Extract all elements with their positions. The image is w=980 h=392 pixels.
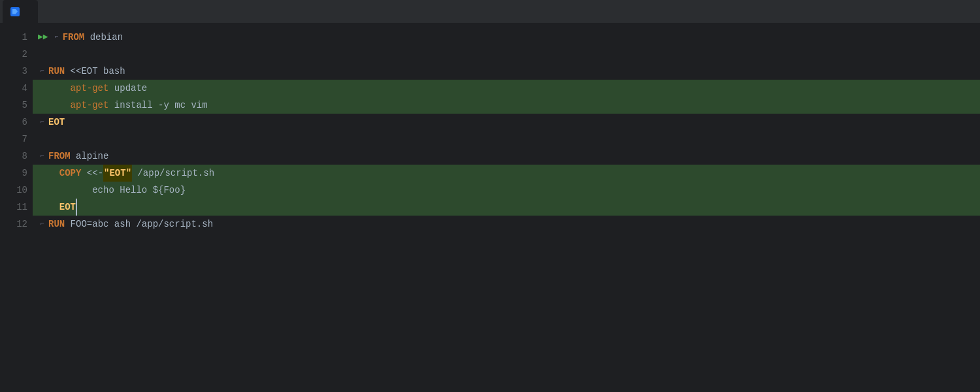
- code-line-7: [33, 131, 980, 148]
- code-line-12: ⌐RUN FOO=abc ash /app/script.sh: [33, 216, 980, 233]
- code-indent: [48, 80, 71, 97]
- line-numbers: 123456789101112: [0, 24, 33, 392]
- dockerfile-tab[interactable]: [3, 0, 38, 24]
- fold-icon[interactable]: ⌐: [38, 152, 47, 161]
- code-line-10: echo Hello ${Foo}: [33, 182, 980, 199]
- code-line-5: apt-get install -y mc vim: [33, 97, 980, 114]
- code-indent: [48, 199, 59, 216]
- keyword-eot-quoted: "EOT": [103, 165, 132, 182]
- code-text: <<EOT bash: [65, 63, 125, 80]
- code-area[interactable]: ▶▶⌐FROM debian⌐RUN <<EOT bash apt-get up…: [33, 24, 980, 392]
- code-line-8: ⌐FROM alpine: [33, 148, 980, 165]
- dockerfile-tab-icon: [10, 7, 20, 16]
- line-number-10: 10: [0, 182, 33, 199]
- code-line-4: apt-get update: [33, 80, 980, 97]
- line-number-4: 4: [0, 80, 33, 97]
- code-line-1: ▶▶⌐FROM debian: [33, 29, 980, 46]
- line-number-9: 9: [0, 165, 33, 182]
- code-line-9: COPY <<-"EOT" /app/script.sh: [33, 165, 980, 182]
- keyword-eot-cursor: EOT: [59, 199, 77, 216]
- line-number-3: 3: [0, 63, 33, 80]
- line-number-11: 11: [0, 199, 33, 216]
- code-text: /app/script.sh: [132, 165, 214, 182]
- app-window: 123456789101112 ▶▶⌐FROM debian⌐RUN <<EOT…: [0, 0, 980, 392]
- line-number-2: 2: [0, 46, 33, 63]
- keyword-from: FROM: [48, 148, 71, 165]
- tab-bar: [0, 0, 980, 24]
- code-text: FOO=abc ash /app/script.sh: [65, 216, 213, 233]
- code-line-11: EOT: [33, 199, 980, 216]
- line-number-1: 1: [0, 29, 33, 46]
- code-line-2: [33, 46, 980, 63]
- code-indent: [48, 182, 92, 199]
- keyword-eot: EOT: [48, 114, 65, 131]
- line-number-8: 8: [0, 148, 33, 165]
- code-text: debian: [84, 29, 123, 46]
- code-text: <<-: [81, 165, 103, 182]
- line-number-6: 6: [0, 114, 33, 131]
- fold-icon[interactable]: ⌐: [38, 118, 47, 127]
- code-command: apt-get: [71, 80, 109, 97]
- code-line-6: ⌐EOT: [33, 114, 980, 131]
- fold-icon[interactable]: ⌐: [52, 33, 61, 42]
- code-text: update: [108, 80, 147, 97]
- line-number-5: 5: [0, 97, 33, 114]
- keyword-from: FROM: [63, 29, 85, 46]
- line-number-12: 12: [0, 216, 33, 233]
- code-text: echo Hello ${Foo}: [92, 182, 186, 199]
- code-indent: [48, 97, 71, 114]
- code-command: apt-get: [71, 97, 109, 114]
- editor-area: 123456789101112 ▶▶⌐FROM debian⌐RUN <<EOT…: [0, 24, 980, 392]
- code-text: install -y mc vim: [108, 97, 207, 114]
- line-number-7: 7: [0, 131, 33, 148]
- fold-icon[interactable]: ⌐: [38, 220, 47, 229]
- code-indent: [48, 165, 59, 182]
- run-arrow-icon: ▶▶: [38, 29, 48, 46]
- code-text: alpine: [71, 148, 109, 165]
- keyword-copy: COPY: [59, 165, 82, 182]
- fold-icon[interactable]: ⌐: [38, 67, 47, 76]
- keyword-run: RUN: [48, 63, 65, 80]
- keyword-run: RUN: [48, 216, 65, 233]
- code-line-3: ⌐RUN <<EOT bash: [33, 63, 980, 80]
